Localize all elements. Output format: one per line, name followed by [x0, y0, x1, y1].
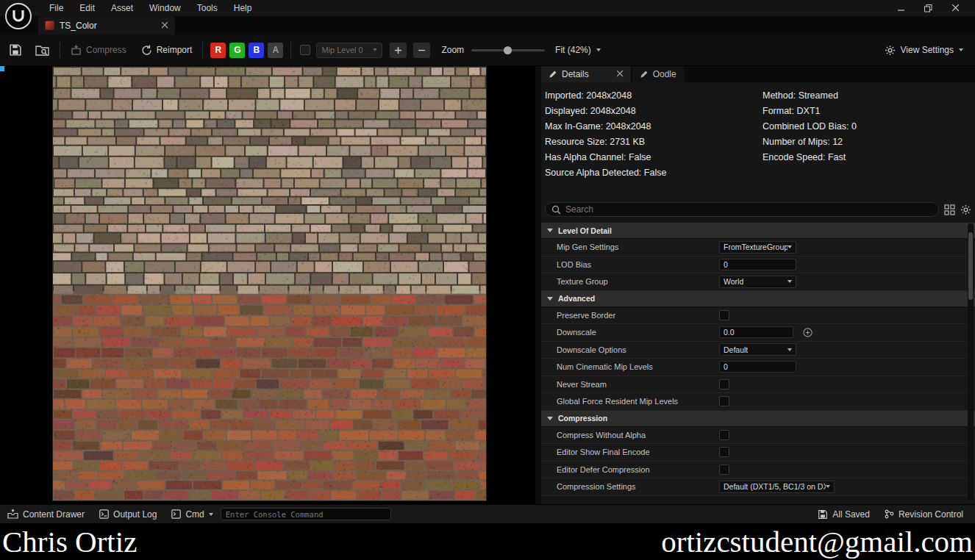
row-compression-settings: Compression Settings Default (DXT1/5, BC…: [541, 478, 975, 496]
channel-red-button[interactable]: R: [210, 43, 226, 58]
preserve-border-checkbox[interactable]: [719, 310, 729, 320]
texture-group-dropdown[interactable]: World: [719, 276, 796, 288]
compression-settings-dropdown[interactable]: Default (DXT1/5, BC1/3 on DX11): [719, 481, 835, 493]
chevron-down-icon: [788, 245, 792, 248]
toolbar-separator: [290, 42, 291, 58]
property-label: Global Force Resident Mip Levels: [557, 397, 719, 406]
view-settings-icon: [885, 45, 896, 56]
menu-help[interactable]: Help: [226, 0, 260, 16]
mip-plus-button[interactable]: [390, 43, 407, 58]
close-button[interactable]: [942, 0, 969, 16]
fit-dropdown[interactable]: Fit (42%): [555, 45, 601, 55]
info-source-alpha: Source Alpha Detected: False: [545, 165, 762, 181]
revision-control-button[interactable]: Revision Control: [877, 509, 971, 520]
tab-details-label: Details: [562, 69, 589, 79]
tab-oodle-label: Oodle: [653, 69, 676, 79]
property-label: Editor Show Final Encode: [557, 448, 719, 456]
reset-to-default-icon[interactable]: [803, 328, 813, 337]
menu-file[interactable]: File: [41, 0, 71, 16]
details-search-row: [545, 201, 971, 218]
asset-tab-label: TS_Color: [60, 21, 97, 31]
reimport-button[interactable]: Reimport: [141, 45, 193, 56]
mip-level-dropdown[interactable]: Mip Level 0: [316, 43, 382, 58]
search-box[interactable]: [545, 202, 939, 217]
tab-close-icon[interactable]: [162, 22, 168, 29]
details-scrollbar-thumb[interactable]: [968, 232, 973, 300]
input-value: 0: [724, 362, 728, 371]
details-tab-icon: [549, 71, 557, 79]
revision-control-icon: [885, 509, 894, 519]
chevron-down-icon: [547, 417, 553, 420]
channel-blue-button[interactable]: B: [249, 43, 264, 58]
section-advanced[interactable]: Advanced: [541, 291, 975, 307]
channel-alpha-button[interactable]: A: [268, 43, 283, 58]
section-title: Compression: [558, 414, 607, 423]
console-command-input[interactable]: [221, 508, 391, 520]
property-list: Level Of Detail Mip Gen Settings FromTex…: [541, 223, 975, 496]
asset-tab-strip: TS_Color: [0, 16, 975, 35]
panel-splitter[interactable]: [535, 66, 541, 504]
tab-details-close-icon[interactable]: [617, 69, 624, 79]
downscale-options-dropdown[interactable]: Default: [719, 343, 796, 356]
channel-green-button[interactable]: G: [229, 43, 245, 58]
compress-without-alpha-checkbox[interactable]: [719, 430, 729, 440]
mip-minus-button[interactable]: [413, 43, 430, 58]
browse-to-asset-button[interactable]: [35, 44, 49, 57]
tab-ts-color[interactable]: TS_Color: [38, 16, 175, 35]
editor-show-final-encode-checkbox[interactable]: [719, 447, 729, 457]
mip-gen-settings-dropdown[interactable]: FromTextureGroup: [719, 241, 796, 254]
menu-asset[interactable]: Asset: [103, 0, 141, 16]
view-settings-button[interactable]: View Settings: [885, 45, 964, 56]
settings-gear-icon[interactable]: [960, 204, 971, 215]
downscale-input[interactable]: 0.0: [719, 326, 793, 338]
lod-bias-input[interactable]: 0: [719, 259, 796, 270]
author-email: ortizcstudent@gmail.com: [661, 523, 973, 560]
menu-tools[interactable]: Tools: [189, 0, 226, 16]
chevron-down-icon: [209, 513, 213, 516]
chevron-down-icon: [547, 229, 553, 232]
editor-defer-compression-checkbox[interactable]: [719, 464, 729, 475]
menu-window[interactable]: Window: [141, 0, 189, 16]
row-preserve-border: Preserve Border: [541, 307, 975, 325]
info-method: Method: Streamed: [762, 88, 857, 104]
info-displayed: Displayed: 2048x2048: [545, 104, 762, 119]
toolbar-separator: [202, 42, 203, 58]
row-global-force-resident-mip-levels: Global Force Resident Mip Levels: [541, 393, 975, 411]
compress-button[interactable]: Compress: [71, 45, 126, 56]
global-force-resident-mip-levels-checkbox[interactable]: [719, 396, 729, 406]
video-overlay-band: Chris Ortiz ortizcstudent@gmail.com: [0, 523, 975, 560]
never-stream-checkbox[interactable]: [719, 379, 729, 390]
chevron-down-icon: [788, 280, 792, 283]
output-log-button[interactable]: Output Log: [92, 509, 164, 520]
zoom-slider[interactable]: [471, 49, 545, 51]
section-level-of-detail[interactable]: Level Of Detail: [541, 223, 975, 239]
unreal-engine-logo[interactable]: [4, 1, 33, 31]
cmd-icon: [171, 509, 181, 519]
row-downscale-options: Downscale Options Default: [541, 342, 975, 359]
search-input[interactable]: [565, 204, 932, 215]
all-saved-button[interactable]: All Saved: [810, 509, 877, 520]
property-matrix-icon[interactable]: [944, 204, 955, 215]
tab-details[interactable]: Details: [541, 66, 631, 82]
search-icon: [551, 205, 561, 215]
restore-button[interactable]: [915, 0, 942, 16]
all-saved-icon: [818, 509, 828, 520]
all-saved-label: All Saved: [832, 509, 870, 520]
texture-preview[interactable]: [53, 67, 486, 500]
menu-edit[interactable]: Edit: [71, 0, 103, 16]
mip-level-checkbox[interactable]: [300, 45, 310, 55]
num-cinematic-mip-levels-input[interactable]: 0: [719, 361, 796, 373]
section-compression[interactable]: Compression: [541, 411, 975, 427]
texture-viewport[interactable]: [0, 66, 535, 504]
cmd-dropdown[interactable]: Cmd: [164, 509, 220, 520]
save-button[interactable]: [9, 43, 22, 57]
mip-level-label: Mip Level 0: [321, 46, 362, 54]
tab-oodle[interactable]: Oodle: [632, 66, 684, 82]
author-name: Chris Ortiz: [2, 523, 137, 560]
zoom-slider-handle[interactable]: [504, 46, 512, 54]
content-drawer-button[interactable]: Content Drawer: [0, 509, 92, 520]
reimport-icon: [141, 45, 152, 56]
row-mip-gen-settings: Mip Gen Settings FromTextureGroup: [541, 239, 975, 256]
minimize-button[interactable]: [888, 0, 915, 16]
chevron-down-icon: [547, 297, 553, 301]
